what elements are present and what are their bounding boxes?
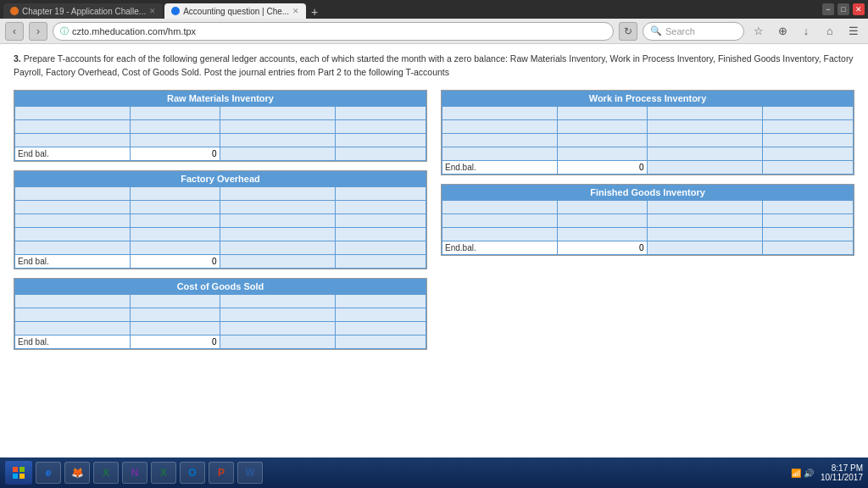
tab-chapter19[interactable]: Chapter 19 - Application Challe... ✕	[3, 3, 163, 19]
input-cell[interactable]	[130, 133, 220, 147]
input-cell[interactable]	[763, 119, 854, 133]
input-cell[interactable]	[336, 227, 426, 241]
input-cell[interactable]	[336, 119, 426, 133]
maximize-button[interactable]: □	[837, 3, 849, 15]
input-cell[interactable]	[763, 147, 854, 160]
input-cell[interactable]	[220, 308, 336, 321]
taskbar-excel2[interactable]: X	[151, 462, 176, 484]
input-cell[interactable]	[763, 241, 854, 254]
input-cell[interactable]	[220, 254, 336, 268]
input-cell[interactable]	[557, 119, 648, 133]
input-cell[interactable]	[442, 227, 558, 241]
taskbar-ie[interactable]: e	[36, 462, 61, 484]
end-bal-value[interactable]: 0	[557, 160, 648, 174]
input-cell[interactable]	[220, 133, 336, 147]
taskbar-outlook[interactable]: O	[180, 462, 205, 484]
input-cell[interactable]	[442, 200, 558, 214]
input-cell[interactable]	[336, 200, 426, 214]
input-cell[interactable]	[220, 241, 336, 254]
tab-add-button[interactable]: +	[308, 5, 321, 19]
input-cell[interactable]	[336, 106, 426, 119]
input-cell[interactable]	[130, 227, 220, 241]
input-cell[interactable]	[648, 214, 763, 227]
input-cell[interactable]	[336, 147, 426, 160]
taskbar-excel[interactable]: X	[93, 462, 119, 484]
input-cell[interactable]	[15, 106, 131, 119]
input-cell[interactable]	[336, 294, 426, 308]
refresh-button[interactable]: ↻	[619, 22, 637, 41]
input-cell[interactable]	[336, 308, 426, 321]
back-button[interactable]: ‹	[5, 22, 24, 41]
input-cell[interactable]	[442, 214, 558, 227]
settings-icon[interactable]: ↓	[797, 22, 815, 41]
input-cell[interactable]	[15, 241, 131, 254]
input-cell[interactable]	[336, 321, 426, 335]
url-bar[interactable]: ⓘ czto.mheducation.com/hm.tpx	[53, 22, 614, 41]
input-cell[interactable]	[220, 119, 336, 133]
taskbar-firefox[interactable]: 🦊	[64, 462, 90, 484]
end-bal-value[interactable]: 0	[130, 147, 220, 160]
taskbar-onenote[interactable]: N	[122, 462, 147, 484]
input-cell[interactable]	[336, 241, 426, 254]
input-cell[interactable]	[648, 160, 763, 174]
input-cell[interactable]	[15, 308, 131, 321]
favorites-icon[interactable]: ☆	[749, 22, 768, 41]
input-cell[interactable]	[130, 308, 220, 321]
tab-close-chapter19[interactable]: ✕	[149, 7, 156, 15]
input-cell[interactable]	[220, 294, 336, 308]
input-cell[interactable]	[336, 335, 426, 348]
input-cell[interactable]	[220, 214, 336, 227]
input-cell[interactable]	[130, 200, 220, 214]
input-cell[interactable]	[130, 119, 220, 133]
input-cell[interactable]	[557, 200, 648, 214]
input-cell[interactable]	[763, 200, 854, 214]
input-cell[interactable]	[557, 147, 648, 160]
input-cell[interactable]	[442, 119, 558, 133]
tab-accounting[interactable]: Accounting question | Che... ✕	[164, 3, 306, 19]
input-cell[interactable]	[763, 214, 854, 227]
input-cell[interactable]	[763, 227, 854, 241]
input-cell[interactable]	[220, 335, 336, 348]
input-cell[interactable]	[130, 106, 220, 119]
input-cell[interactable]	[648, 227, 763, 241]
input-cell[interactable]	[557, 227, 648, 241]
input-cell[interactable]	[557, 214, 648, 227]
end-bal-value[interactable]: 0	[130, 254, 220, 268]
input-cell[interactable]	[763, 133, 854, 147]
input-cell[interactable]	[336, 133, 426, 147]
input-cell[interactable]	[15, 133, 131, 147]
input-cell[interactable]	[220, 200, 336, 214]
input-cell[interactable]	[648, 106, 763, 119]
input-cell[interactable]	[220, 186, 336, 200]
input-cell[interactable]	[220, 147, 336, 160]
input-cell[interactable]	[763, 106, 854, 119]
taskbar-word[interactable]: W	[237, 462, 263, 484]
input-cell[interactable]	[15, 214, 131, 227]
input-cell[interactable]	[648, 200, 763, 214]
close-button[interactable]: ✕	[853, 3, 865, 15]
end-bal-value[interactable]: 0	[557, 241, 648, 254]
taskbar-powerpoint[interactable]: P	[209, 462, 234, 484]
input-cell[interactable]	[15, 294, 131, 308]
input-cell[interactable]	[336, 186, 426, 200]
input-cell[interactable]	[336, 254, 426, 268]
input-cell[interactable]	[442, 133, 558, 147]
input-cell[interactable]	[130, 294, 220, 308]
input-cell[interactable]	[648, 241, 763, 254]
input-cell[interactable]	[557, 106, 648, 119]
input-cell[interactable]	[442, 106, 558, 119]
input-cell[interactable]	[15, 200, 131, 214]
input-cell[interactable]	[648, 133, 763, 147]
home-icon[interactable]: ⌂	[821, 22, 839, 41]
start-button[interactable]	[5, 461, 32, 485]
input-cell[interactable]	[648, 147, 763, 160]
forward-button[interactable]: ›	[29, 22, 47, 41]
input-cell[interactable]	[336, 214, 426, 227]
input-cell[interactable]	[15, 119, 131, 133]
input-cell[interactable]	[130, 186, 220, 200]
input-cell[interactable]	[557, 133, 648, 147]
input-cell[interactable]	[130, 214, 220, 227]
download-icon[interactable]: ⊕	[773, 22, 792, 41]
minimize-button[interactable]: −	[822, 3, 834, 15]
input-cell[interactable]	[442, 147, 558, 160]
